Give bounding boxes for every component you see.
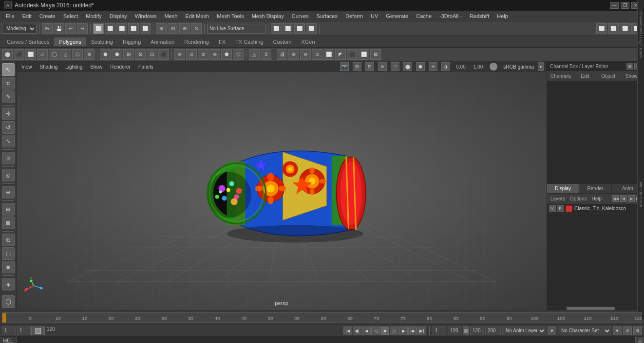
scale-tool-button[interactable]: ⬜ (128, 23, 139, 34)
poly-cone-button[interactable]: △ (60, 49, 71, 60)
average-vertices-button[interactable]: ⬜ (323, 49, 334, 60)
snap-to-curve-button[interactable]: ⊟ (168, 23, 178, 34)
menu-item-generate[interactable]: Generate (382, 12, 412, 20)
channel-box-toggle[interactable]: ⬜ (596, 23, 607, 34)
sculpt-geometry-button[interactable]: ◬ (249, 49, 260, 60)
step-forward-btn[interactable]: |▶ (408, 326, 417, 335)
layer-menu-options[interactable]: Options (568, 195, 588, 202)
layer-prev-btn[interactable]: ◀ (620, 195, 627, 202)
poly-disk-button[interactable]: ⬡ (72, 49, 83, 60)
refresh-btn[interactable]: ↺ (623, 326, 632, 335)
rotate-tool[interactable]: ↺ (2, 121, 15, 134)
viewport-3d[interactable]: persp X Y Z (17, 61, 547, 310)
menu-item-mesh-tools[interactable]: Mesh Tools (213, 12, 247, 20)
universal-manipulator[interactable]: ⊡ (2, 152, 15, 164)
poly-pipe-button[interactable]: ⊕ (84, 49, 95, 60)
cb-tab-object[interactable]: Object (597, 72, 620, 80)
viewport-view-menu[interactable]: View (19, 63, 34, 71)
rotate-tool-button[interactable]: ⬜ (116, 23, 127, 34)
texture-btn[interactable]: ⬢ (416, 62, 425, 71)
layer-scrollbar[interactable] (547, 306, 644, 310)
new-file-button[interactable]: 🗁 (42, 23, 53, 34)
append-polygon-button[interactable]: ⊞ (123, 49, 134, 60)
poly-sphere-button[interactable]: ⬤ (2, 49, 13, 60)
poly-torus-button[interactable]: ◯ (49, 49, 59, 60)
crease-button[interactable]: ⬠ (233, 49, 244, 60)
bridge-button[interactable]: ⬣ (112, 49, 122, 60)
soft-selection[interactable]: ◎ (2, 169, 15, 181)
transfer-attr-button[interactable]: ⇶ (277, 49, 287, 60)
cb-tab-edit[interactable]: Edit (574, 72, 596, 80)
xray-mode[interactable]: ◈ (2, 278, 15, 290)
select-tool-button[interactable]: ⬜ (93, 23, 104, 34)
viewport[interactable]: View Shading Lighting Show Renderer Pane… (17, 61, 547, 310)
tab-fx-caching[interactable]: FX Caching (230, 37, 268, 46)
tab-xgen[interactable]: XGen (296, 37, 320, 46)
live-surface-select[interactable]: No Live Surface (207, 24, 265, 34)
anim-layer-arrow[interactable]: ▼ (548, 326, 556, 335)
workspace-widget[interactable]: ⬡ (2, 295, 15, 308)
max-frame-field[interactable] (485, 326, 501, 335)
isolate-select[interactable]: ▣ (2, 261, 15, 273)
camera-icon-2[interactable]: ⊞ (353, 62, 361, 71)
tab-fx[interactable]: FX (214, 37, 230, 46)
lasso-tool[interactable]: ⌗ (2, 77, 15, 90)
character-arrow[interactable]: ▼ (613, 326, 622, 335)
prev-frame-btn[interactable]: ◀ (362, 326, 371, 335)
menu-item-select[interactable]: Select (59, 12, 82, 20)
layer-menu-layers[interactable]: Layers (549, 195, 567, 202)
character-select[interactable]: No Character Set (558, 326, 611, 335)
minimize-button[interactable]: — (610, 2, 619, 9)
jump-to-start-btn[interactable]: |◀ (343, 326, 352, 335)
transform-tool-button[interactable]: ⬜ (140, 23, 151, 34)
frame-thumb[interactable] (35, 328, 41, 334)
attribute-editor-tab[interactable]: Attribute Editor (637, 70, 644, 319)
menu-item-uv[interactable]: UV (367, 12, 382, 20)
layer-row[interactable]: V P Classic_Tin_Kaleidosco (547, 204, 644, 214)
workspace-select[interactable]: Modeling (2, 24, 37, 34)
move-tool-button[interactable]: ⬜ (105, 23, 115, 34)
poly-cube-button[interactable]: ⬛ (14, 49, 24, 60)
mirror-cut-button[interactable]: ⬜ (359, 49, 369, 60)
anim-layer-select[interactable]: No Anim Layer (502, 326, 546, 335)
layer-visibility-btn[interactable]: V (549, 205, 556, 212)
current-frame-input[interactable] (2, 326, 16, 335)
split-polygon-button[interactable]: ⊘ (174, 49, 185, 60)
menu-item-surfaces[interactable]: Surfaces (313, 12, 341, 20)
save-button[interactable]: 💾 (54, 23, 64, 34)
menu-item-mesh[interactable]: Mesh (160, 12, 181, 20)
menu-item---dtoall--[interactable]: -3DtoAll - (436, 12, 466, 20)
tab-curves-surfaces[interactable]: Curves / Surfaces (2, 37, 54, 46)
add-divisions-button[interactable]: ⊛ (209, 49, 220, 60)
channel-box-tab[interactable]: Channel Box / Layer Editor (637, 0, 644, 70)
settings-btn[interactable]: ⚙ (633, 326, 642, 335)
layer-scrollbar-thumb[interactable] (567, 307, 615, 310)
cb-tab-channels[interactable]: Channels (549, 72, 573, 80)
paint-select-tool[interactable]: ✎ (2, 90, 15, 103)
wireframe-btn[interactable]: □ (391, 62, 399, 71)
menu-item-cache[interactable]: Cache (412, 12, 436, 20)
attribute-editor-toggle[interactable]: ⬜ (608, 23, 619, 34)
tab-rigging[interactable]: Rigging (118, 37, 146, 46)
jump-to-end-btn[interactable]: ▶| (417, 326, 426, 335)
viewport-shading-menu[interactable]: Shading (38, 63, 60, 71)
color-space-dropdown[interactable]: ▼ (538, 62, 544, 71)
menu-item-create[interactable]: Create (36, 12, 59, 20)
snap-to-point-button[interactable]: ⊕ (179, 23, 190, 34)
layer-next-btn[interactable]: ▶ (628, 195, 635, 202)
menu-item-curves[interactable]: Curves (288, 12, 313, 20)
camera-icon-4[interactable]: ⊕ (378, 62, 387, 71)
tab-custom[interactable]: Custom (268, 37, 297, 46)
smooth-button[interactable]: ⊙ (312, 49, 322, 60)
layer-playback-btn[interactable]: P (557, 205, 564, 212)
step-back-btn[interactable]: ◀| (353, 326, 361, 335)
extrude-button[interactable]: ⬢ (100, 49, 111, 60)
triangulate-button[interactable]: ◤ (335, 49, 346, 60)
quadrangulate-button[interactable]: ⬛ (347, 49, 358, 60)
display-options[interactable]: ⧉ (2, 234, 15, 246)
soft-modification-button[interactable]: ⧮ (261, 49, 271, 60)
render-button[interactable]: ⬜ (283, 23, 293, 34)
snap-to-view-button[interactable]: ⊙ (191, 23, 202, 34)
show-manipulator[interactable]: ⊕ (2, 186, 15, 199)
redo-button[interactable]: ↪ (77, 23, 88, 34)
